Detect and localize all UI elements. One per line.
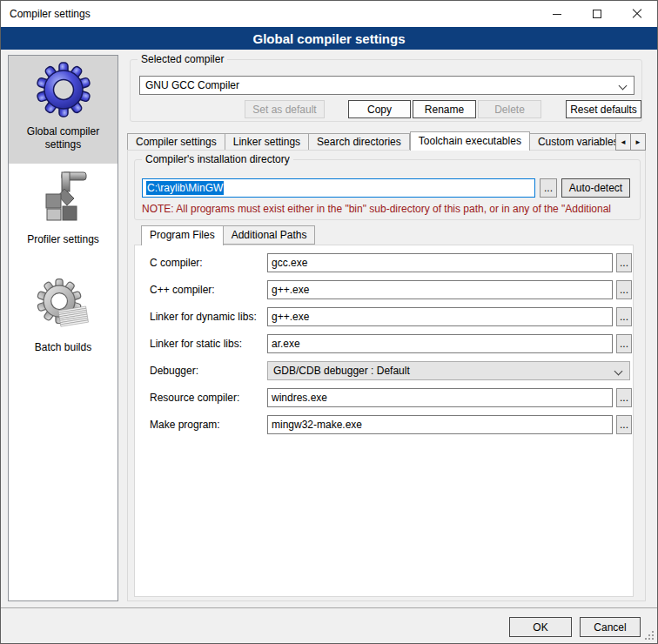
field-row-debugger: Debugger:GDB/CDB debugger : Default (135, 361, 633, 380)
window-title: Compiler settings (1, 8, 91, 20)
program-tabs: Program FilesAdditional Paths (141, 225, 315, 245)
sidebar-item-global-compiler-settings[interactable]: Global compiler settings (9, 56, 118, 164)
sidebar-item-label: Batch builds (30, 341, 97, 354)
install-dir-input[interactable]: C:\raylib\MinGW (142, 178, 535, 198)
linker-for-dynamic-libs-input[interactable]: g++.exe (267, 307, 613, 326)
compiler-select-value: GNU GCC Compiler (145, 79, 239, 91)
input-value: mingw32-make.exe (272, 419, 362, 431)
resource-compiler-browse-button[interactable]: ... (616, 388, 632, 407)
program-files-panel: C compiler:gcc.exe...C++ compiler:g++.ex… (134, 245, 634, 597)
c-compiler-input[interactable]: gcc.exe (267, 253, 613, 272)
tab-scroll-buttons: ◄► (616, 133, 646, 151)
input-value: gcc.exe (272, 257, 307, 269)
tab-scroll-left-button[interactable]: ◄ (615, 133, 631, 151)
field-row-c-compiler: C++ compiler:g++.exe... (135, 280, 633, 299)
field-row-resource-compiler: Resource compiler:windres.exe... (135, 388, 633, 407)
note-text: NOTE: All programs must exist either in … (142, 203, 637, 215)
minimize-icon (553, 14, 561, 15)
field-row-c-compiler: C compiler:gcc.exe... (135, 253, 633, 272)
field-row-linker-for-static-libs: Linker for static libs:ar.exe... (135, 334, 633, 353)
compiler-select[interactable]: GNU GCC Compiler (139, 76, 634, 95)
chevron-down-icon (619, 82, 628, 91)
sidebar-item-label: Profiler settings (22, 233, 104, 246)
debugger-select[interactable]: GDB/CDB debugger : Default (267, 361, 630, 380)
delete-button: Delete (478, 100, 541, 118)
c-compiler-browse-button[interactable]: ... (616, 253, 632, 272)
field-row-make-program: Make program:mingw32-make.exe... (135, 415, 633, 434)
compiler-settings-dialog: Compiler settings Global compiler settin… (0, 0, 658, 644)
make-program-input[interactable]: mingw32-make.exe (267, 415, 613, 434)
tab-custom-variables[interactable]: Custom variables (530, 133, 628, 151)
tab-scroll-right-button[interactable]: ► (630, 133, 646, 151)
input-value: ar.exe (272, 338, 300, 350)
subtab-program-files[interactable]: Program Files (141, 225, 224, 245)
set-as-default-button: Set as default (245, 100, 325, 118)
sidebar-item-profiler-settings[interactable]: Profiler settings (9, 164, 118, 272)
resize-grip[interactable] (645, 631, 654, 640)
field-row-linker-for-dynamic-libs: Linker for dynamic libs:g++.exe... (135, 307, 633, 326)
autodetect-button[interactable]: Auto-detect (561, 178, 630, 198)
close-icon (632, 9, 642, 19)
title-bar: Compiler settings (1, 1, 657, 27)
chevron-down-icon (614, 367, 623, 376)
input-value: g++.exe (272, 284, 309, 296)
c-compiler-input[interactable]: g++.exe (267, 280, 613, 299)
tab-linker-settings[interactable]: Linker settings (225, 133, 309, 151)
maximize-icon (593, 10, 601, 18)
gear-blue-icon (36, 62, 91, 117)
field-label: Resource compiler: (150, 392, 239, 404)
window-controls (537, 1, 657, 27)
cancel-button[interactable]: Cancel (580, 617, 641, 637)
input-value: g++.exe (272, 311, 309, 323)
settings-tabs: Compiler settingsLinker settingsSearch d… (127, 131, 646, 151)
input-value: windres.exe (272, 392, 327, 404)
select-value: GDB/CDB debugger : Default (273, 365, 410, 377)
sidebar-item-label: Global compiler settings (9, 125, 118, 151)
tab-compiler-settings[interactable]: Compiler settings (127, 133, 225, 151)
field-label: Linker for static libs: (150, 338, 242, 350)
linker-for-dynamic-libs-browse-button[interactable]: ... (616, 307, 632, 326)
settings-category-list: Global compiler settingsProfiler setting… (8, 55, 118, 601)
close-button[interactable] (617, 1, 657, 27)
install-dir-group: Compiler's installation directory C:\ray… (134, 159, 641, 220)
gear-stack-icon (36, 278, 91, 333)
field-label: C compiler: (150, 257, 203, 269)
c-compiler-browse-button[interactable]: ... (616, 280, 632, 299)
tab-search-directories[interactable]: Search directories (309, 133, 410, 151)
linker-for-static-libs-browse-button[interactable]: ... (616, 334, 632, 353)
install-dir-selected-text: C:\raylib\MinGW (146, 181, 224, 195)
linker-for-static-libs-input[interactable]: ar.exe (267, 334, 613, 353)
field-label: C++ compiler: (150, 284, 215, 296)
selected-compiler-group-label: Selected compiler (138, 53, 227, 65)
field-label: Linker for dynamic libs: (150, 311, 257, 323)
caliper-icon (36, 170, 91, 225)
minimize-button[interactable] (537, 1, 577, 27)
sidebar-item-batch-builds[interactable]: Batch builds (9, 272, 118, 379)
reset-defaults-button[interactable]: Reset defaults (566, 100, 641, 118)
tab-toolchain-executables[interactable]: Toolchain executables (410, 131, 530, 151)
footer-divider (1, 607, 657, 608)
field-label: Debugger: (150, 365, 198, 377)
install-dir-browse-button[interactable]: ... (540, 178, 557, 198)
page-title: Global compiler settings (1, 27, 657, 50)
make-program-browse-button[interactable]: ... (616, 415, 632, 434)
rename-button[interactable]: Rename (413, 100, 476, 118)
install-dir-group-label: Compiler's installation directory (142, 153, 293, 165)
selected-compiler-group: Selected compiler GNU GCC Compiler Set a… (130, 59, 642, 122)
maximize-button[interactable] (577, 1, 617, 27)
ok-button[interactable]: OK (509, 617, 572, 637)
copy-button[interactable]: Copy (348, 100, 411, 118)
resource-compiler-input[interactable]: windres.exe (267, 388, 613, 407)
subtab-additional-paths[interactable]: Additional Paths (224, 225, 316, 245)
field-label: Make program: (150, 419, 220, 431)
